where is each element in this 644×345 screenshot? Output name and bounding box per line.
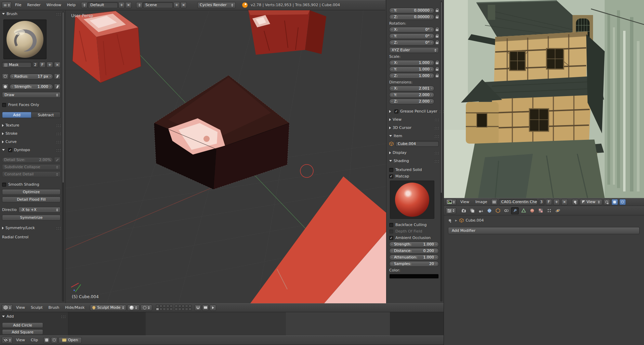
panel-header-radial-control[interactable]: Radial Control (2, 234, 61, 240)
lock-icon[interactable] (436, 28, 439, 31)
delete-layout-button[interactable]: × (125, 2, 132, 8)
lock-icon[interactable] (436, 61, 439, 65)
fake-user-button[interactable]: F (39, 62, 45, 68)
panel-header-shading[interactable]: Shading (389, 158, 439, 164)
panel-header-3d-cursor[interactable]: 3D Cursor (389, 125, 439, 131)
decrement-arrow[interactable]: ‹ (391, 256, 393, 259)
menu-clip[interactable]: Clip (28, 335, 40, 345)
lock-icon[interactable] (436, 34, 439, 38)
increment-arrow[interactable]: › (431, 87, 432, 90)
breadcrumb-object-name[interactable]: Cube.004 (466, 218, 484, 223)
ao-color-swatch[interactable] (389, 274, 439, 279)
render-engine-select[interactable]: Cycles Render (197, 2, 236, 8)
ao-samples-slider[interactable]: ‹ Samples: 20 › (389, 261, 439, 267)
add-circle-button[interactable]: Add Circle (2, 322, 43, 328)
increment-arrow[interactable]: › (431, 74, 432, 78)
viewport-3d[interactable]: User Persp (5) Cube.004 (66, 10, 386, 303)
pin-id-button[interactable] (447, 217, 453, 223)
lock-icon[interactable] (436, 74, 439, 78)
decrement-arrow[interactable]: ‹ (391, 243, 393, 246)
decrement-arrow[interactable]: ‹ (391, 9, 393, 12)
tab-render[interactable] (460, 207, 468, 214)
menu-hide-mask[interactable]: Hide/Mask (63, 303, 87, 312)
panel-header-grease-pencil[interactable]: ✓ Grease Pencil Layer (389, 108, 439, 114)
unified-strength-toggle[interactable] (2, 84, 9, 90)
menu-file[interactable]: File (13, 0, 24, 10)
decrement-arrow[interactable]: ‹ (12, 75, 13, 78)
increment-arrow[interactable]: › (431, 15, 432, 19)
new-image-button[interactable]: + (553, 199, 560, 205)
radius-pressure-toggle[interactable] (54, 74, 61, 79)
decrement-arrow[interactable]: ‹ (391, 28, 393, 31)
decrement-arrow[interactable]: ‹ (391, 93, 393, 97)
increment-arrow[interactable]: › (431, 9, 432, 12)
tab-texture[interactable] (537, 207, 544, 214)
location-z-field[interactable]: ‹ Z: 0.00000 › (389, 14, 434, 20)
matcap-preview[interactable] (390, 181, 434, 219)
scale-y-field[interactable]: ‹ Y: 1.000 › (389, 67, 434, 72)
browse-layouts-button[interactable] (81, 2, 88, 8)
tab-object-data[interactable] (520, 207, 527, 214)
strength-pressure-toggle[interactable] (54, 84, 61, 90)
image-users-count-button[interactable]: 3 (539, 199, 544, 205)
menu-sculpt[interactable]: Sculpt (28, 303, 45, 312)
paint-mode-toggle[interactable] (612, 199, 618, 205)
dimension-x-field[interactable]: ‹ X: 2.001 › (389, 86, 434, 91)
editor-type-button-clip[interactable] (2, 337, 13, 344)
clip-editor[interactable]: Add Add Circle Add Square View Clip (0, 312, 444, 345)
menu-image[interactable]: Image (473, 198, 489, 206)
tab-scene[interactable] (477, 207, 485, 214)
add-brush-button[interactable]: + (47, 62, 53, 68)
grease-pencil-checkbox[interactable]: ✓ (394, 109, 398, 114)
render-opengl-button[interactable] (202, 305, 209, 311)
decrement-arrow[interactable]: ‹ (391, 41, 393, 44)
rotation-z-field[interactable]: ‹ Z: 0° › (389, 40, 434, 45)
detail-type-select[interactable]: Constant Detail (2, 171, 61, 177)
symmetrize-button[interactable]: Symmetrize (2, 215, 61, 221)
increment-arrow[interactable]: › (435, 262, 437, 266)
detail-size-slider[interactable]: Detail Size: 2.00% (2, 157, 53, 163)
front-faces-only-checkbox[interactable] (2, 103, 6, 107)
menu-window[interactable]: Window (44, 0, 64, 10)
optimize-button[interactable]: Optimize (2, 189, 61, 195)
textured-solid-checkbox[interactable] (389, 168, 393, 172)
display-channels-select[interactable]: View (580, 199, 602, 205)
location-y-field[interactable]: ‹ Y: 0.00000 › (389, 8, 434, 13)
ao-attenuation-slider[interactable]: ‹ Attenuation: 1.000 › (389, 255, 439, 260)
pin-image-button[interactable] (572, 199, 578, 205)
strength-slider[interactable]: ‹ Strength: 1.000 › (10, 84, 53, 90)
decrement-arrow[interactable]: ‹ (391, 262, 393, 266)
brush-preview[interactable] (3, 19, 47, 59)
editor-type-button-info[interactable]: ≡ (2, 2, 12, 9)
layers-widget-right[interactable] (175, 305, 192, 310)
layers-widget-left[interactable] (156, 305, 173, 310)
tab-modifiers[interactable] (511, 207, 519, 214)
panel-header-symmetry-lock[interactable]: Symmetry/Lock (2, 225, 61, 231)
image-zoom-button[interactable] (604, 199, 610, 205)
detail-sample-eyedropper-button[interactable] (54, 157, 61, 163)
render-opengl-anim-button[interactable] (210, 305, 216, 311)
tool-shelf-scrollbar[interactable] (62, 12, 64, 302)
lock-icon[interactable] (436, 67, 439, 71)
tab-render-layers[interactable] (468, 207, 476, 214)
browse-scenes-button[interactable] (136, 2, 143, 8)
detail-flood-fill-button[interactable]: Detail Flood Fill (2, 197, 61, 202)
brush-users-count-button[interactable]: 2 (32, 62, 38, 68)
decrement-arrow[interactable]: ‹ (391, 68, 393, 71)
backface-culling-checkbox[interactable] (389, 223, 393, 227)
subtract-mode-button[interactable]: Subtract (31, 112, 61, 118)
matcap-checkbox[interactable]: ✓ (389, 174, 393, 178)
decrement-arrow[interactable]: ‹ (391, 74, 393, 78)
rotation-y-field[interactable]: ‹ Y: 0° › (389, 34, 434, 39)
scrollbar-thumb[interactable] (441, 2, 442, 193)
tab-particles[interactable] (545, 207, 553, 214)
increment-arrow[interactable]: › (435, 256, 437, 259)
increment-arrow[interactable]: › (431, 41, 432, 44)
dimension-y-field[interactable]: ‹ Y: 2.000 › (389, 92, 434, 98)
decrement-arrow[interactable]: ‹ (391, 87, 393, 90)
editor-type-button-image[interactable] (446, 199, 457, 205)
menu-view[interactable]: View (14, 335, 27, 345)
increment-arrow[interactable]: › (431, 28, 432, 31)
decrement-arrow[interactable]: ‹ (391, 15, 393, 19)
tab-world[interactable] (485, 207, 493, 214)
